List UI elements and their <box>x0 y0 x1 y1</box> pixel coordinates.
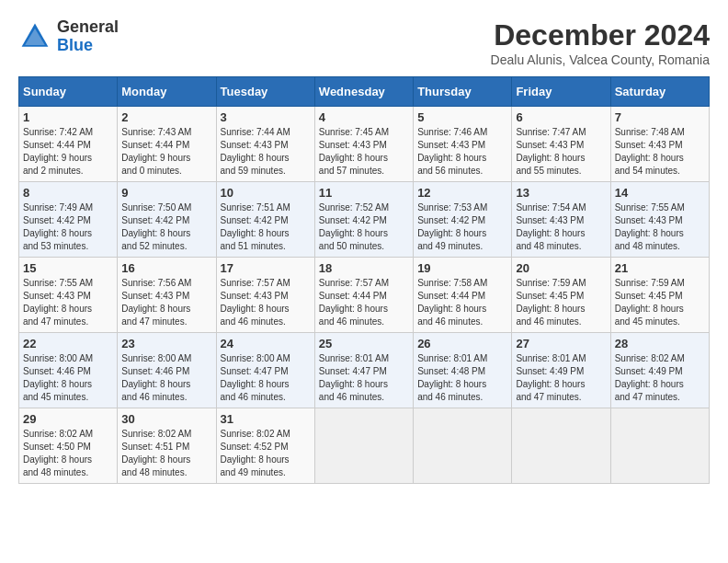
calendar-cell: 26Sunrise: 8:01 AMSunset: 4:48 PMDayligh… <box>414 333 512 408</box>
day-info: Sunrise: 7:49 AMSunset: 4:42 PMDaylight:… <box>23 202 93 251</box>
weekday-header-thursday: Thursday <box>414 77 512 107</box>
calendar-cell: 30Sunrise: 8:02 AMSunset: 4:51 PMDayligh… <box>118 408 216 484</box>
day-info: Sunrise: 8:02 AMSunset: 4:49 PMDaylight:… <box>615 353 685 402</box>
calendar-cell: 22Sunrise: 8:00 AMSunset: 4:46 PMDayligh… <box>19 333 118 408</box>
day-number: 2 <box>121 110 211 124</box>
day-info: Sunrise: 8:02 AMSunset: 4:52 PMDaylight:… <box>221 429 290 477</box>
calendar-week-2: 8Sunrise: 7:49 AMSunset: 4:42 PMDaylight… <box>19 182 710 258</box>
weekday-header-tuesday: Tuesday <box>216 77 314 107</box>
day-number: 4 <box>319 110 409 124</box>
day-number: 26 <box>417 337 507 350</box>
day-number: 3 <box>221 110 311 124</box>
day-info: Sunrise: 7:42 AMSunset: 4:44 PMDaylight:… <box>23 127 93 176</box>
calendar-cell <box>610 408 709 484</box>
day-number: 17 <box>221 261 311 275</box>
day-info: Sunrise: 7:56 AMSunset: 4:43 PMDaylight:… <box>121 278 191 327</box>
calendar-table: SundayMondayTuesdayWednesdayThursdayFrid… <box>18 76 710 484</box>
day-number: 27 <box>516 337 606 350</box>
day-info: Sunrise: 7:46 AMSunset: 4:43 PMDaylight:… <box>417 127 487 176</box>
calendar-cell: 4Sunrise: 7:45 AMSunset: 4:43 PMDaylight… <box>314 107 413 182</box>
calendar-cell: 20Sunrise: 7:59 AMSunset: 4:45 PMDayligh… <box>512 258 610 333</box>
weekday-header-wednesday: Wednesday <box>314 77 413 107</box>
calendar-cell: 27Sunrise: 8:01 AMSunset: 4:49 PMDayligh… <box>512 333 610 408</box>
calendar-cell: 5Sunrise: 7:46 AMSunset: 4:43 PMDaylight… <box>414 107 512 182</box>
day-number: 1 <box>23 110 113 124</box>
day-info: Sunrise: 7:51 AMSunset: 4:42 PMDaylight:… <box>221 202 290 251</box>
day-info: Sunrise: 7:57 AMSunset: 4:44 PMDaylight:… <box>319 278 389 327</box>
calendar-cell: 21Sunrise: 7:59 AMSunset: 4:45 PMDayligh… <box>610 258 709 333</box>
day-number: 14 <box>615 186 705 200</box>
day-number: 19 <box>417 261 507 275</box>
day-info: Sunrise: 8:02 AMSunset: 4:50 PMDaylight:… <box>23 429 93 477</box>
day-info: Sunrise: 8:01 AMSunset: 4:47 PMDaylight:… <box>319 353 389 402</box>
calendar-cell: 24Sunrise: 8:00 AMSunset: 4:47 PMDayligh… <box>216 333 314 408</box>
calendar-cell: 17Sunrise: 7:57 AMSunset: 4:43 PMDayligh… <box>216 258 314 333</box>
calendar-cell: 11Sunrise: 7:52 AMSunset: 4:42 PMDayligh… <box>314 182 413 258</box>
calendar-cell: 31Sunrise: 8:02 AMSunset: 4:52 PMDayligh… <box>216 408 314 484</box>
weekday-header-row: SundayMondayTuesdayWednesdayThursdayFrid… <box>19 77 710 107</box>
calendar-week-1: 1Sunrise: 7:42 AMSunset: 4:44 PMDaylight… <box>19 107 710 182</box>
day-number: 16 <box>121 261 211 275</box>
subtitle: Dealu Alunis, Valcea County, Romania <box>491 52 710 67</box>
calendar-cell: 23Sunrise: 8:00 AMSunset: 4:46 PMDayligh… <box>118 333 216 408</box>
day-number: 8 <box>23 186 113 200</box>
logo-icon <box>18 20 51 53</box>
weekday-header-saturday: Saturday <box>610 77 709 107</box>
day-number: 18 <box>319 261 409 275</box>
calendar-cell: 2Sunrise: 7:43 AMSunset: 4:44 PMDaylight… <box>118 107 216 182</box>
logo: General Blue <box>18 18 119 55</box>
day-number: 9 <box>121 186 211 200</box>
day-info: Sunrise: 7:44 AMSunset: 4:43 PMDaylight:… <box>221 127 290 176</box>
day-info: Sunrise: 7:53 AMSunset: 4:42 PMDaylight:… <box>417 202 487 251</box>
day-number: 28 <box>615 337 705 350</box>
logo-text: General Blue <box>57 18 119 55</box>
day-number: 15 <box>23 261 113 275</box>
calendar-cell: 12Sunrise: 7:53 AMSunset: 4:42 PMDayligh… <box>414 182 512 258</box>
calendar-cell: 8Sunrise: 7:49 AMSunset: 4:42 PMDaylight… <box>19 182 118 258</box>
weekday-header-friday: Friday <box>512 77 610 107</box>
calendar-cell: 10Sunrise: 7:51 AMSunset: 4:42 PMDayligh… <box>216 182 314 258</box>
day-number: 22 <box>23 337 113 350</box>
day-info: Sunrise: 7:47 AMSunset: 4:43 PMDaylight:… <box>516 127 586 176</box>
weekday-header-sunday: Sunday <box>19 77 118 107</box>
day-number: 20 <box>516 261 606 275</box>
day-number: 11 <box>319 186 409 200</box>
calendar-week-4: 22Sunrise: 8:00 AMSunset: 4:46 PMDayligh… <box>19 333 710 408</box>
day-info: Sunrise: 7:59 AMSunset: 4:45 PMDaylight:… <box>516 278 586 327</box>
calendar-week-3: 15Sunrise: 7:55 AMSunset: 4:43 PMDayligh… <box>19 258 710 333</box>
calendar-cell: 3Sunrise: 7:44 AMSunset: 4:43 PMDaylight… <box>216 107 314 182</box>
day-info: Sunrise: 8:00 AMSunset: 4:47 PMDaylight:… <box>221 353 290 402</box>
day-number: 25 <box>319 337 409 350</box>
calendar-cell <box>314 408 413 484</box>
day-number: 6 <box>516 110 606 124</box>
day-number: 21 <box>615 261 705 275</box>
day-info: Sunrise: 8:02 AMSunset: 4:51 PMDaylight:… <box>121 429 191 477</box>
day-info: Sunrise: 7:43 AMSunset: 4:44 PMDaylight:… <box>121 127 191 176</box>
day-info: Sunrise: 8:01 AMSunset: 4:49 PMDaylight:… <box>516 353 586 402</box>
calendar-cell: 29Sunrise: 8:02 AMSunset: 4:50 PMDayligh… <box>19 408 118 484</box>
calendar-cell: 1Sunrise: 7:42 AMSunset: 4:44 PMDaylight… <box>19 107 118 182</box>
day-number: 13 <box>516 186 606 200</box>
day-number: 7 <box>615 110 705 124</box>
calendar-cell: 6Sunrise: 7:47 AMSunset: 4:43 PMDaylight… <box>512 107 610 182</box>
day-number: 31 <box>221 412 311 426</box>
calendar-cell: 18Sunrise: 7:57 AMSunset: 4:44 PMDayligh… <box>314 258 413 333</box>
day-info: Sunrise: 7:57 AMSunset: 4:43 PMDaylight:… <box>221 278 290 327</box>
day-number: 10 <box>221 186 311 200</box>
day-number: 5 <box>417 110 507 124</box>
day-number: 29 <box>23 412 113 426</box>
day-info: Sunrise: 7:58 AMSunset: 4:44 PMDaylight:… <box>417 278 487 327</box>
calendar-cell: 9Sunrise: 7:50 AMSunset: 4:42 PMDaylight… <box>118 182 216 258</box>
main-title: December 2024 <box>491 18 710 52</box>
calendar-cell: 25Sunrise: 8:01 AMSunset: 4:47 PMDayligh… <box>314 333 413 408</box>
day-info: Sunrise: 7:52 AMSunset: 4:42 PMDaylight:… <box>319 202 389 251</box>
calendar-cell <box>512 408 610 484</box>
title-section: December 2024 Dealu Alunis, Valcea Count… <box>491 18 710 67</box>
calendar-week-5: 29Sunrise: 8:02 AMSunset: 4:50 PMDayligh… <box>19 408 710 484</box>
day-info: Sunrise: 7:45 AMSunset: 4:43 PMDaylight:… <box>319 127 389 176</box>
day-number: 30 <box>121 412 211 426</box>
day-info: Sunrise: 8:00 AMSunset: 4:46 PMDaylight:… <box>23 353 93 402</box>
calendar-cell <box>414 408 512 484</box>
weekday-header-monday: Monday <box>118 77 216 107</box>
day-info: Sunrise: 7:59 AMSunset: 4:45 PMDaylight:… <box>615 278 685 327</box>
